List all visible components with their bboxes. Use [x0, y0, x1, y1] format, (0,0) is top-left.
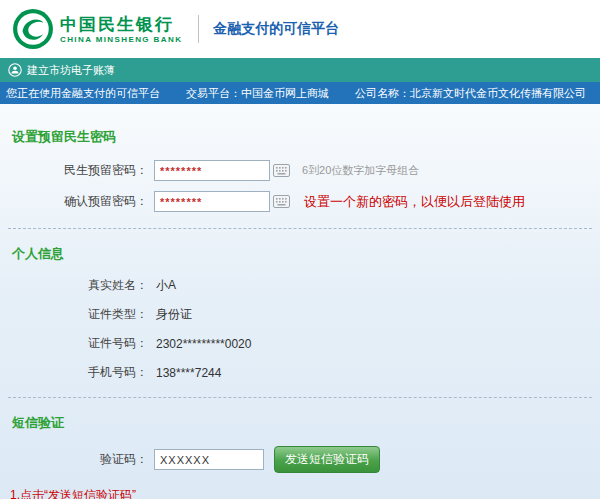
real-name-row: 真实姓名： 小A: [0, 277, 600, 294]
password-rule-hint: 6到20位数字加字母组合: [302, 163, 419, 178]
bank-name: 中国民生银行: [60, 15, 182, 35]
page: 中国民生银行 CHINA MINSHENG BANK 金融支付的可信平台 建立市…: [0, 0, 600, 499]
confirm-password-input[interactable]: [154, 191, 270, 212]
sms-section: 短信验证 验证码： 发送短信验证码 1.点击“发送短信验证码” 2.将您预留手机…: [0, 414, 600, 499]
header-divider: [198, 15, 199, 43]
keyboard-icon[interactable]: [273, 195, 290, 208]
instruction-line-1: 1.点击“发送短信验证码”: [10, 487, 262, 499]
confirm-password-label: 确认预留密码：: [0, 193, 148, 210]
step-bar: 建立市坊电子账薄: [0, 58, 600, 82]
info-bar-using-text: 您正在使用金融支付的可信平台: [6, 86, 160, 101]
minsheng-password-label: 民生预留密码：: [0, 162, 148, 179]
keyboard-icon[interactable]: [273, 164, 290, 177]
id-number-value: 2302*********0020: [156, 337, 251, 351]
password-section: 设置预留民生密码 民生预留密码：: [0, 128, 600, 212]
phone-number-label: 手机号码：: [0, 364, 148, 381]
bank-logo-icon: [12, 8, 54, 50]
verification-code-input[interactable]: [154, 449, 264, 470]
bottom-row: 1.点击“发送短信验证码” 2.将您预留手机号收到的验证码填入空格内 3.点击确…: [0, 487, 600, 499]
id-type-row: 证件类型： 身份证: [0, 306, 600, 323]
personal-info-title: 个人信息: [12, 245, 600, 263]
section-divider: [8, 397, 592, 398]
user-circle-icon: [8, 63, 22, 77]
section-divider: [8, 228, 592, 229]
confirm-password-row: 确认预留密码： 设置一个新的密码，以便以后登陆使用: [0, 191, 600, 212]
minsheng-password-input[interactable]: [154, 160, 270, 181]
info-bar: 您正在使用金融支付的可信平台 交易平台：中国金币网上商城 公司名称：北京新文时代…: [0, 82, 600, 104]
main-content: 设置预留民生密码 民生预留密码：: [0, 104, 600, 499]
instructions: 1.点击“发送短信验证码” 2.将您预留手机号收到的验证码填入空格内 3.点击确…: [10, 487, 262, 499]
id-number-label: 证件号码：: [0, 335, 148, 352]
verification-code-row: 验证码： 发送短信验证码: [0, 446, 600, 473]
info-bar-company: 公司名称：北京新文时代金币文化传播有限公司: [355, 86, 586, 101]
send-sms-code-button[interactable]: 发送短信验证码: [274, 446, 380, 473]
phone-number-row: 手机号码： 138****7244: [0, 364, 600, 381]
personal-info-section: 个人信息 真实姓名： 小A 证件类型： 身份证 证件号码： 2302******…: [0, 245, 600, 381]
info-bar-trade-platform: 交易平台：中国金币网上商城: [186, 86, 329, 101]
minsheng-password-row: 民生预留密码： 6到20位数字加字母组合: [0, 160, 600, 181]
bank-name-block: 中国民生银行 CHINA MINSHENG BANK: [60, 15, 182, 44]
real-name-label: 真实姓名：: [0, 277, 148, 294]
step-bar-text: 建立市坊电子账薄: [27, 63, 115, 78]
bank-name-en: CHINA MINSHENG BANK: [60, 35, 182, 44]
id-type-label: 证件类型：: [0, 306, 148, 323]
sms-section-title: 短信验证: [12, 414, 600, 432]
phone-number-value: 138****7244: [156, 366, 221, 380]
header: 中国民生银行 CHINA MINSHENG BANK 金融支付的可信平台: [0, 0, 600, 58]
id-type-value: 身份证: [156, 306, 192, 323]
id-number-row: 证件号码： 2302*********0020: [0, 335, 600, 352]
platform-title: 金融支付的可信平台: [213, 20, 339, 38]
verification-code-label: 验证码：: [0, 451, 148, 468]
new-password-note: 设置一个新的密码，以便以后登陆使用: [304, 193, 525, 211]
password-section-title: 设置预留民生密码: [12, 128, 600, 146]
real-name-value: 小A: [156, 277, 176, 294]
